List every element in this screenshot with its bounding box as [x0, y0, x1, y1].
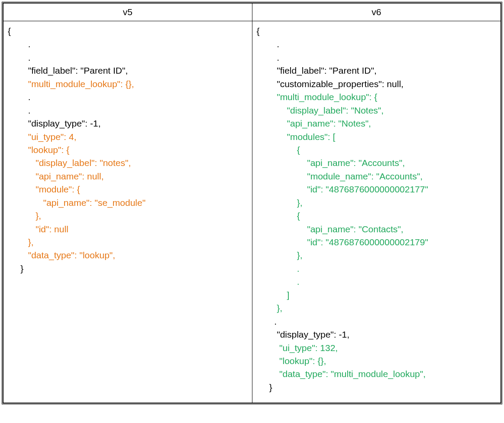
code-line-added: "lookup": {},	[257, 356, 326, 366]
code-line: "field_label": "Parent ID",	[257, 65, 377, 75]
code-line: }	[8, 264, 23, 273]
code-line: .	[257, 316, 277, 326]
code-line: .	[8, 52, 31, 62]
code-line-added: .	[257, 264, 300, 273]
code-line-added: },	[257, 198, 303, 208]
code-line-added: "data_type": "multi_module_lookup",	[257, 369, 426, 379]
code-line-removed: "lookup": {	[8, 145, 69, 155]
code-line-added: {	[257, 211, 300, 221]
code-line-added: "id": "4876876000000002179"	[257, 237, 428, 247]
code-line-added: "display_label": "Notes",	[257, 105, 384, 115]
code-line-added: "module_name": "Accounts",	[257, 171, 423, 181]
code-line: "field_label": "Parent ID",	[8, 65, 128, 75]
comparison-table-wrapper: v5 v6 { . . "field_label": "Parent ID", …	[2, 2, 502, 404]
code-line-removed: },	[8, 211, 41, 221]
code-line: .	[8, 92, 31, 102]
code-line-removed: "ui_type": 4,	[8, 132, 76, 142]
code-line-removed: "multi_module_lookup": {},	[8, 79, 134, 89]
code-line: {	[257, 26, 260, 36]
code-line-added: },	[257, 250, 303, 260]
code-line: "display_type": -1,	[257, 329, 350, 339]
code-line: "display_type": -1,	[8, 118, 101, 128]
code-line: .	[8, 39, 31, 49]
code-line: .	[257, 39, 280, 49]
header-v6: v6	[252, 3, 501, 21]
code-line-removed: "api_name": "se_module"	[8, 198, 145, 208]
code-line-removed: "id": null	[8, 224, 68, 234]
code-line-added: "api_name": "Notes",	[257, 118, 371, 128]
code-line: }	[257, 382, 272, 392]
cell-v5-code: { . . "field_label": "Parent ID", "multi…	[3, 21, 252, 403]
code-line: .	[257, 52, 280, 62]
code-line-added: "modules": [	[257, 132, 336, 142]
header-v5: v5	[3, 3, 252, 21]
code-line-removed: "data_type": "lookup",	[8, 250, 115, 260]
code-line-added: },	[257, 303, 283, 313]
code-line-added: {	[257, 145, 300, 155]
code-line-removed: "display_label": "notes",	[8, 158, 131, 168]
code-line-added: "multi_module_lookup": {	[257, 92, 378, 102]
code-line-added: "api_name": "Contacts",	[257, 224, 404, 234]
code-line: "customizable_properties": null,	[257, 79, 404, 89]
code-line-added: ]	[257, 290, 290, 300]
code-line-added: "api_name": "Accounts",	[257, 158, 405, 168]
code-line-removed: },	[8, 237, 34, 247]
comparison-table: v5 v6 { . . "field_label": "Parent ID", …	[3, 3, 501, 403]
code-line-added: "id": "4876876000000002177"	[257, 184, 428, 194]
cell-v6-code: { . . "field_label": "Parent ID", "custo…	[252, 21, 501, 403]
code-line-added: "ui_type": 132,	[257, 343, 338, 353]
code-line-added: .	[257, 277, 300, 286]
code-line-removed: "api_name": null,	[8, 171, 104, 181]
code-line: .	[8, 105, 31, 115]
code-line: {	[8, 26, 11, 36]
code-line-removed: "module": {	[8, 184, 80, 194]
